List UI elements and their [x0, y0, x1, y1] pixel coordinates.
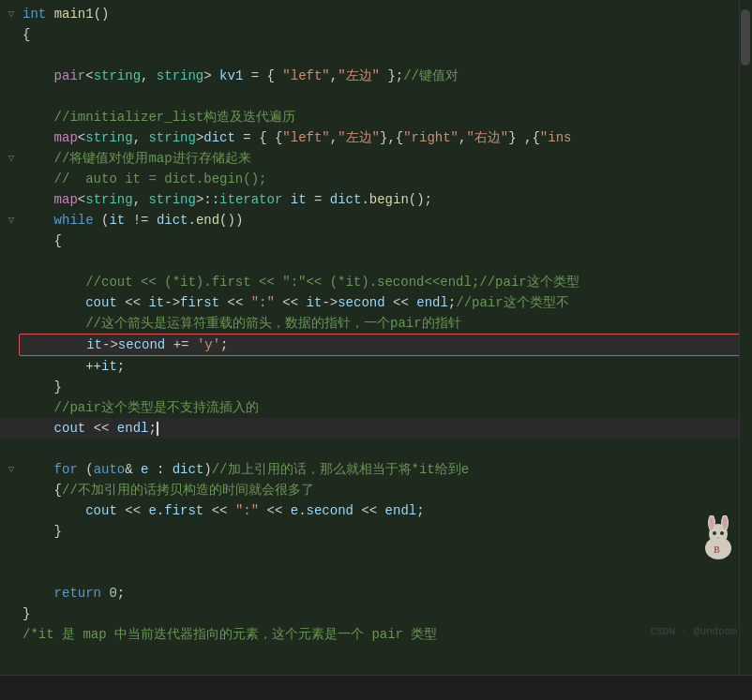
code-line — [0, 251, 752, 272]
line-content: { — [19, 24, 748, 45]
line-content: map<string, string>dict = { {"left","左边"… — [19, 127, 748, 148]
line-content: {//不加引用的话拷贝构造的时间就会很多了 — [19, 480, 748, 500]
svg-point-6 — [713, 531, 716, 535]
code-line: /*it 是 map 中当前迭代器指向的元素，这个元素是一个 pair 类型 — [0, 624, 752, 645]
line-content — [19, 86, 748, 107]
line-content — [19, 562, 748, 583]
code-area: ▽ int main1() { pair<string, string> kv1… — [0, 0, 752, 648]
code-line: // auto it = dict.begin(); — [0, 169, 752, 189]
line-content: cout << it->first << ":" << it->second <… — [19, 292, 748, 313]
active-code-line: cout << endl; — [0, 418, 752, 439]
line-content: //cout << (*it).first << ":"<< (*it).sec… — [19, 272, 748, 292]
code-line: ▽ for (auto& e : dict)//加上引用的话，那么就相当于将*i… — [0, 459, 752, 480]
line-content: int main1() — [19, 4, 748, 24]
mascot-image: B — [699, 515, 737, 562]
line-content: map<string, string>::iterator it = dict.… — [19, 189, 748, 210]
code-line: ▽ int main1() — [0, 4, 752, 24]
status-bar — [0, 675, 752, 700]
fold-arrow[interactable]: ▽ — [4, 459, 19, 480]
scrollbar-thumb[interactable] — [741, 9, 750, 66]
line-content: /*it 是 map 中当前迭代器指向的元素，这个元素是一个 pair 类型 — [19, 624, 748, 645]
svg-point-4 — [710, 516, 714, 529]
code-line: return 0; — [0, 583, 752, 603]
code-line: cout << e.first << ":" << e.second << en… — [0, 500, 752, 521]
line-content: it->second += 'y'; — [19, 334, 748, 356]
line-content: return 0; — [19, 583, 748, 603]
svg-point-5 — [723, 516, 728, 529]
code-line: cout << it->first << ":" << it->second <… — [0, 292, 752, 313]
code-line: } — [0, 603, 752, 624]
code-line: //cout << (*it).first << ":"<< (*it).sec… — [0, 272, 752, 292]
scrollbar[interactable] — [739, 0, 752, 675]
code-line: } — [0, 377, 752, 397]
svg-point-8 — [717, 537, 720, 539]
code-line: //pair这个类型是不支持流插入的 — [0, 397, 752, 418]
code-line: ++it; — [0, 356, 752, 377]
code-line: //这个箭头是运算符重载的箭头，数据的指针，一个pair的指针 — [0, 313, 752, 334]
fold-arrow[interactable]: ▽ — [4, 210, 19, 231]
svg-point-7 — [720, 531, 724, 535]
line-content: cout << e.first << ":" << e.second << en… — [19, 500, 748, 521]
code-line — [0, 439, 752, 459]
code-line: } — [0, 521, 752, 542]
line-content: } — [19, 521, 748, 542]
line-content: { — [19, 231, 748, 251]
code-line: {//不加引用的话拷贝构造的时间就会很多了 — [0, 480, 752, 500]
code-line: map<string, string>dict = { {"left","左边"… — [0, 127, 752, 148]
code-line — [0, 45, 752, 66]
line-content: } — [19, 377, 748, 397]
line-content — [19, 251, 748, 272]
line-content: pair<string, string> kv1 = { "left","左边"… — [19, 66, 748, 86]
line-content: //pair这个类型是不支持流插入的 — [19, 397, 748, 418]
highlighted-code-line: it->second += 'y'; — [0, 334, 752, 356]
line-content: cout << endl; — [19, 418, 748, 439]
line-content: } — [19, 603, 748, 624]
line-content — [19, 542, 748, 562]
line-content: //将键值对使用map进行存储起来 — [19, 148, 748, 169]
code-line — [0, 86, 752, 107]
line-content: //imnitializer_list构造及迭代遍历 — [19, 107, 748, 127]
code-line: pair<string, string> kv1 = { "left","左边"… — [0, 66, 752, 86]
line-content: while (it != dict.end()) — [19, 210, 748, 231]
line-content — [19, 45, 748, 66]
code-line: ▽ while (it != dict.end()) — [0, 210, 752, 231]
fold-arrow[interactable]: ▽ — [4, 4, 19, 24]
code-line — [0, 542, 752, 562]
code-line: { — [0, 24, 752, 45]
line-content — [19, 439, 748, 459]
line-content: ++it; — [19, 356, 748, 377]
editor-container: ▽ int main1() { pair<string, string> kv1… — [0, 0, 752, 675]
fold-arrow[interactable]: ▽ — [4, 148, 19, 169]
code-line — [0, 562, 752, 583]
svg-text:B: B — [714, 544, 720, 555]
line-content: // auto it = dict.begin(); — [19, 169, 748, 189]
code-line: ▽ //将键值对使用map进行存储起来 — [0, 148, 752, 169]
line-content: for (auto& e : dict)//加上引用的话，那么就相当于将*it给… — [19, 459, 748, 480]
watermark: CSDN · @Undoom — [651, 626, 737, 637]
code-line: map<string, string>::iterator it = dict.… — [0, 189, 752, 210]
code-line: { — [0, 231, 752, 251]
line-content: //这个箭头是运算符重载的箭头，数据的指针，一个pair的指针 — [19, 313, 748, 334]
code-line: //imnitializer_list构造及迭代遍历 — [0, 107, 752, 127]
